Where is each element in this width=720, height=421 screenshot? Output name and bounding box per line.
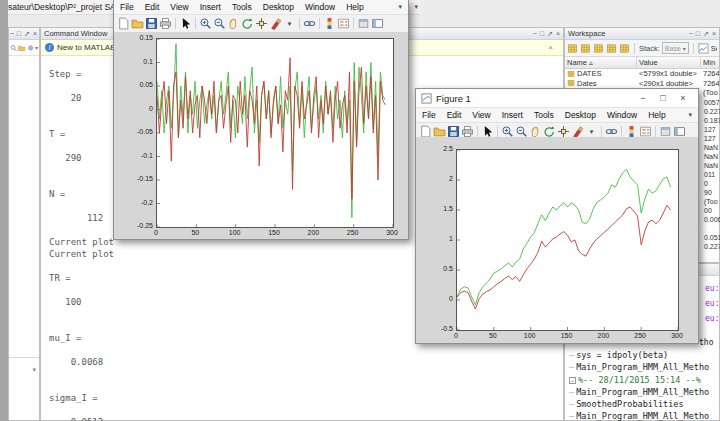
workspace-variable-row[interactable]: DATES<5799x1 double>72647 [565,69,719,79]
history-command[interactable]: –SmoothedProbabilities [569,398,719,410]
maximize-icon[interactable]: □ [17,30,21,37]
insert-legend-icon[interactable] [337,17,350,30]
maximize-icon[interactable]: □ [540,30,544,37]
folder-icon[interactable] [18,43,25,53]
close-button[interactable]: × [673,93,693,103]
plot-axes[interactable] [156,38,394,228]
plot-axes[interactable] [456,149,679,331]
menu-edit[interactable]: Edit [145,2,160,12]
command-output-line [49,260,114,272]
history-timestamp[interactable]: −%-- 28/11/2015 15:14 --% [569,374,719,386]
select-data-to-plot-button[interactable]: Select dat [698,43,717,54]
tree-tick: – [569,399,574,409]
menubar-overflow-chevron-icon[interactable]: ▾ [398,3,402,11]
zoom-in-icon[interactable] [199,17,212,30]
history-command[interactable]: –Main_Program_HMM_All_Metho [569,410,719,421]
hide-plot-tools-icon[interactable] [357,17,370,30]
import-data-icon[interactable] [593,43,604,54]
path-overflow-chevron-icon[interactable]: ▾ [414,3,420,11]
minimize-icon[interactable]: − [533,30,537,37]
save-icon[interactable] [145,17,158,30]
rotate-3d-icon[interactable] [241,17,254,30]
pan-hand-icon[interactable] [227,17,240,30]
open-folder-icon[interactable] [131,17,144,30]
menu-desktop[interactable]: Desktop [565,110,596,120]
minimize-icon[interactable]: − [10,30,14,37]
brush-icon[interactable] [269,17,282,30]
column-header-name[interactable]: Name ▵ [565,57,637,68]
open-selection-icon[interactable] [580,43,591,54]
menu-view[interactable]: View [472,110,490,120]
variable-min: 72647 [701,69,719,78]
menu-edit[interactable]: Edit [447,110,462,120]
minimize-button[interactable]: − [633,93,653,103]
menu-file[interactable]: File [120,2,134,12]
history-command[interactable]: –sys = idpoly(beta) [569,349,719,361]
toolbar-separator [175,18,176,29]
x-tick-label: 50 [184,229,206,236]
arrow-cursor-icon[interactable] [179,17,192,30]
search-icon[interactable] [10,43,17,53]
new-document-icon[interactable] [117,17,130,30]
close-icon[interactable]: × [33,30,37,37]
maximize-button[interactable]: □ [653,93,673,103]
new-variable-icon[interactable] [567,43,578,54]
undock-icon[interactable]: ↗ [24,30,30,37]
gear-dropdown-chevron-icon[interactable]: ▾ [35,44,38,51]
command-output-line: 100 [49,296,114,308]
delete-variable-icon[interactable] [619,43,630,54]
undock-icon[interactable]: ↗ [547,30,553,37]
stack-dropdown[interactable]: Base▾ [662,42,689,54]
menu-window[interactable]: Window [305,2,335,12]
collapse-box-icon[interactable]: − [569,377,576,384]
print-icon[interactable] [159,17,172,30]
x-tick-label: 100 [224,229,246,236]
link-plot-icon[interactable] [303,17,316,30]
show-plot-tools-icon[interactable] [371,17,384,30]
menu-help[interactable]: Help [648,110,665,120]
menu-help[interactable]: Help [346,2,363,12]
command-window-output[interactable]: Step = 20 T = 290 N = 112 Current plotCu… [49,68,114,421]
menu-tools[interactable]: Tools [534,110,554,120]
command-output-line [49,368,114,380]
y-tick-label: 0.05 [129,81,153,88]
tree-tick: – [569,350,574,360]
y-tick-label: 0.15 [129,34,153,41]
min-value-fragment: NaN [704,143,720,152]
maximize-icon[interactable]: □ [696,30,700,37]
gear-icon[interactable] [27,43,34,53]
history-line-text: SmoothedProbabilities [576,399,683,409]
history-text-fragment: tho [699,338,713,347]
menu-desktop[interactable]: Desktop [263,2,294,12]
column-header-min[interactable]: Min [701,57,719,68]
figure1-titlebar[interactable]: Figure 1 − □ × [416,89,698,108]
history-command[interactable]: –Main_Program_HMM_All_Metho [569,386,719,398]
figure-window-returns: File Edit View Insert Tools Desktop Wind… [113,0,409,240]
column-header-value[interactable]: Value [637,57,701,68]
menubar-overflow-chevron-icon[interactable]: ▾ [688,111,692,119]
history-command[interactable]: –Main_Program_HMM_All_Metho [569,361,719,373]
close-icon[interactable]: × [712,30,716,37]
data-cursor-icon[interactable] [255,17,268,30]
menu-view[interactable]: View [170,2,188,12]
min-value-fragment: 0.187 [704,116,720,125]
insert-colorbar-icon[interactable] [323,17,336,30]
menu-window[interactable]: Window [607,110,637,120]
command-output-line [49,164,114,176]
undock-icon[interactable]: ↗ [703,30,709,37]
banner-close-icon[interactable]: × [548,43,559,52]
minimize-icon[interactable]: − [689,30,693,37]
menu-file[interactable]: File [422,110,436,120]
dropdown-arrow-icon[interactable]: ▾ [283,17,296,30]
toolbar-separator [621,126,622,137]
workspace-variable-row[interactable]: Dates<290x1 double>72647 [565,79,719,89]
save-workspace-icon[interactable] [606,43,617,54]
y-tick-label: 0.5 [429,265,453,272]
menu-insert[interactable]: Insert [502,110,523,120]
menu-tools[interactable]: Tools [232,2,252,12]
history-line-text: %-- 28/11/2015 15:14 --% [578,375,701,385]
details-chevron-icon[interactable]: ▾ [32,366,39,373]
close-icon[interactable]: × [556,30,560,37]
zoom-out-icon[interactable] [213,17,226,30]
menu-insert[interactable]: Insert [200,2,221,12]
